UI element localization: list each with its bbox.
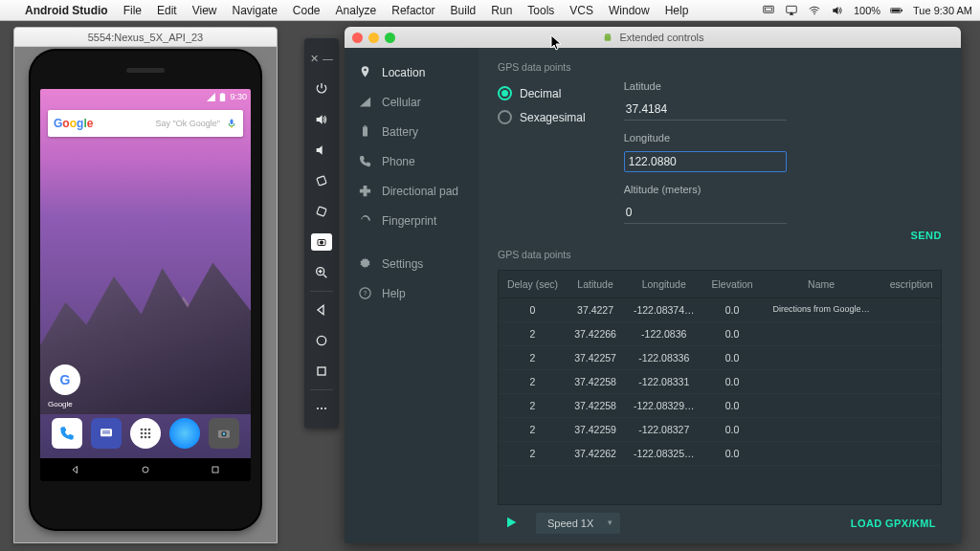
- longitude-input[interactable]: [624, 151, 787, 172]
- menu-help[interactable]: Help: [657, 4, 697, 17]
- home-button-icon[interactable]: [306, 326, 337, 355]
- google-app-icon[interactable]: G: [50, 364, 80, 395]
- svg-marker-3: [790, 11, 794, 15]
- table-row[interactable]: 037.4227-122.08374…0.0Directions from Go…: [499, 298, 941, 322]
- nav-settings[interactable]: Settings: [345, 249, 479, 278]
- svg-point-47: [324, 408, 326, 409]
- nav-help[interactable]: ?Help: [345, 278, 479, 308]
- menu-refactor[interactable]: Refactor: [384, 4, 442, 17]
- screenshot-icon[interactable]: [306, 228, 337, 256]
- table-row[interactable]: 237.42266-122.08360.0: [499, 322, 941, 346]
- signal-icon: [207, 93, 215, 101]
- table-row[interactable]: 237.42258-122.083310.0: [499, 370, 941, 394]
- home-key-icon[interactable]: [140, 464, 151, 475]
- svg-marker-9: [207, 93, 215, 101]
- load-gpx-button[interactable]: LOAD GPX/KML: [851, 518, 936, 529]
- svg-point-25: [148, 436, 151, 439]
- mic-icon[interactable]: [226, 118, 237, 129]
- back-key-icon[interactable]: [70, 464, 81, 475]
- play-button[interactable]: [503, 515, 519, 532]
- overview-button-icon[interactable]: [306, 357, 337, 386]
- table-row[interactable]: 237.42258-122.08329…0.0: [499, 394, 941, 418]
- android-navbar: [40, 458, 251, 481]
- nav-dpad[interactable]: Directional pad: [345, 176, 479, 206]
- menu-view[interactable]: View: [185, 4, 225, 17]
- col-name[interactable]: Name: [761, 271, 882, 298]
- nav-fingerprint[interactable]: Fingerprint: [345, 206, 479, 235]
- power-icon[interactable]: [306, 75, 337, 103]
- close-window-icon[interactable]: [352, 33, 363, 43]
- longitude-label: Longitude: [624, 132, 942, 143]
- menu-window[interactable]: Window: [601, 4, 657, 17]
- extended-nav: Location Cellular Battery Phone Directio…: [345, 48, 479, 543]
- rotate-right-icon[interactable]: [306, 197, 337, 226]
- menu-build[interactable]: Build: [443, 4, 484, 17]
- nav-cellular[interactable]: Cellular: [345, 87, 479, 117]
- android-dock: [40, 410, 251, 456]
- menu-vcs[interactable]: VCS: [562, 4, 601, 17]
- col-latitude[interactable]: Latitude: [567, 271, 624, 298]
- volume-icon[interactable]: [831, 4, 844, 17]
- svg-point-23: [141, 436, 144, 439]
- menubar-app[interactable]: Android Studio: [17, 4, 116, 17]
- wifi-icon[interactable]: [808, 4, 821, 17]
- altitude-label: Altitude (meters): [624, 184, 942, 195]
- airplay-icon[interactable]: [785, 4, 798, 17]
- nav-phone[interactable]: Phone: [345, 146, 479, 176]
- table-row[interactable]: 237.42259-122.083270.0: [499, 418, 941, 442]
- latitude-input[interactable]: [624, 99, 787, 121]
- col-elevation[interactable]: Elevation: [703, 271, 760, 298]
- latitude-label: Latitude: [624, 80, 942, 92]
- messages-app-icon[interactable]: [91, 418, 122, 449]
- window-titlebar[interactable]: Extended controls: [345, 27, 961, 48]
- camera-app-icon[interactable]: [209, 418, 239, 449]
- svg-rect-44: [318, 367, 325, 375]
- screen-share-icon[interactable]: [762, 4, 775, 17]
- nav-location[interactable]: Location: [345, 57, 479, 87]
- table-row[interactable]: 237.42262-122.08325…0.0: [499, 442, 941, 466]
- volume-up-icon[interactable]: [306, 105, 337, 134]
- battery-icon: [218, 93, 227, 101]
- svg-marker-42: [318, 305, 323, 314]
- radio-decimal[interactable]: Decimal: [498, 86, 586, 100]
- toolbar-close-icon[interactable]: ✕—: [304, 44, 339, 73]
- svg-rect-48: [605, 35, 612, 40]
- phone-app-icon[interactable]: [52, 418, 82, 449]
- apps-drawer-icon[interactable]: [130, 418, 161, 449]
- menu-code[interactable]: Code: [285, 4, 328, 17]
- menu-navigate[interactable]: Navigate: [224, 4, 284, 17]
- back-button-icon[interactable]: [306, 296, 337, 324]
- nav-battery[interactable]: Battery: [345, 117, 479, 146]
- menu-analyze[interactable]: Analyze: [328, 4, 385, 17]
- menu-tools[interactable]: Tools: [520, 4, 562, 17]
- volume-down-icon[interactable]: [306, 136, 337, 165]
- col-longitude[interactable]: Longitude: [624, 271, 703, 298]
- mouse-cursor-icon: [550, 34, 564, 55]
- more-icon[interactable]: [306, 394, 337, 423]
- rotate-left-icon[interactable]: [306, 166, 337, 195]
- menu-run[interactable]: Run: [483, 4, 520, 17]
- menu-file[interactable]: File: [116, 4, 149, 17]
- radio-sexagesimal[interactable]: Sexagesimal: [498, 110, 586, 124]
- gps-section-label: GPS data points: [498, 61, 942, 73]
- phone-screen[interactable]: 9:30 Google Say "Ok Google" G Google: [40, 89, 251, 481]
- col-description[interactable]: escription: [881, 271, 941, 298]
- chrome-app-icon[interactable]: [169, 418, 200, 449]
- svg-rect-10: [220, 93, 225, 100]
- svg-point-4: [813, 12, 815, 14]
- col-delay[interactable]: Delay (sec): [499, 271, 567, 298]
- recent-key-icon[interactable]: [210, 464, 221, 475]
- mac-menubar: Android Studio File Edit View Navigate C…: [0, 0, 980, 21]
- google-search-bar[interactable]: Google Say "Ok Google": [48, 110, 243, 137]
- send-button[interactable]: SEND: [910, 230, 942, 241]
- svg-marker-52: [360, 98, 370, 107]
- speed-select[interactable]: Speed 1X: [536, 513, 620, 534]
- altitude-input[interactable]: [624, 203, 787, 224]
- zoom-window-icon[interactable]: [385, 33, 395, 43]
- zoom-icon[interactable]: [306, 258, 337, 287]
- menu-edit[interactable]: Edit: [149, 4, 185, 17]
- minimize-window-icon[interactable]: [368, 33, 379, 43]
- svg-point-51: [364, 69, 367, 72]
- table-row[interactable]: 237.42257-122.083360.0: [499, 346, 941, 370]
- svg-marker-58: [507, 518, 516, 528]
